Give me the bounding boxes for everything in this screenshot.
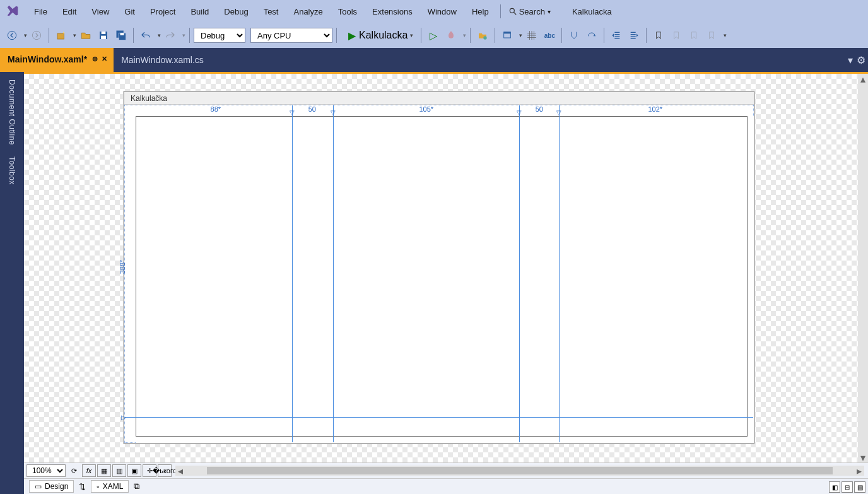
redo-button[interactable]	[162, 27, 179, 44]
menu-file[interactable]: File	[26, 3, 55, 20]
new-project-button[interactable]	[53, 27, 69, 44]
nav-forward-button[interactable]	[28, 27, 45, 44]
menu-project[interactable]: Project	[143, 3, 183, 20]
design-tab[interactable]: ▭ Design	[29, 480, 74, 493]
refresh-view-button[interactable]: ⟳	[67, 464, 81, 477]
tab-mainwindow-xaml[interactable]: MainWindow.xaml* ⊕ ✕	[0, 48, 114, 72]
configuration-select[interactable]: Debug	[194, 28, 245, 43]
xaml-designer-surface[interactable]: ▴ ▾ Kalkulačka 88* 50	[24, 72, 868, 494]
scroll-up-icon[interactable]: ▴	[858, 74, 868, 84]
search-box[interactable]: Search ▾	[505, 7, 554, 16]
menu-debug[interactable]: Debug	[216, 3, 255, 20]
clear-bookmarks-button[interactable]	[703, 27, 720, 44]
tab-overflow-icon[interactable]: ▾	[848, 54, 853, 66]
menu-help[interactable]: Help	[464, 3, 496, 20]
collapse-pane-button[interactable]: ▤	[854, 481, 865, 493]
save-button[interactable]	[95, 27, 112, 44]
menu-extensions[interactable]: Extensions	[365, 3, 420, 20]
horizontal-scrollbar[interactable]: ◂ ▸	[175, 466, 864, 476]
chevron-down-icon[interactable]: ▾	[158, 32, 161, 38]
grid-marker-icon[interactable]: ▽	[556, 109, 561, 116]
chevron-down-icon: ▾	[410, 32, 413, 38]
indent-button[interactable]	[626, 27, 642, 44]
step-over-button[interactable]	[584, 27, 600, 44]
grid-marker-icon[interactable]: ▽	[290, 109, 295, 116]
nav-back-button[interactable]	[4, 27, 20, 44]
gear-icon[interactable]: ⚙	[857, 54, 865, 66]
live-visual-tree-button[interactable]	[499, 27, 515, 44]
start-without-debugging-button[interactable]: ▷	[425, 27, 442, 44]
chevron-down-icon[interactable]: ▾	[519, 32, 522, 38]
vertical-split-button[interactable]: ◧	[829, 481, 840, 493]
outdent-button[interactable]	[608, 27, 625, 44]
browse-button[interactable]	[474, 27, 491, 44]
prev-bookmark-button[interactable]	[668, 27, 684, 44]
grid-canvas[interactable]: 88* 50 105* 50 102* 388* ▽ ▽ ▽ ▽ ▷	[136, 116, 748, 437]
pan-button[interactable]: �ького	[158, 464, 172, 477]
undo-button[interactable]	[138, 27, 154, 44]
menu-window[interactable]: Window	[420, 3, 464, 20]
document-outline-tab[interactable]: Document Outline	[6, 76, 18, 149]
grid-column-line[interactable]	[292, 105, 293, 442]
main-toolbar: ▾ ▾ ▾ ▾ Debug Any CPU ▶ Kalkulacka ▾ ▷ ▾…	[0, 23, 868, 48]
chevron-down-icon[interactable]: ▾	[73, 32, 76, 38]
start-debugging-button[interactable]: ▶ Kalkulacka ▾	[344, 27, 417, 44]
open-file-button[interactable]	[78, 27, 94, 44]
abc-spellcheck-button[interactable]: abc	[541, 27, 558, 44]
menu-git[interactable]: Git	[117, 3, 143, 20]
grid-snap-button[interactable]	[524, 27, 540, 44]
chevron-down-icon[interactable]: ▾	[463, 32, 466, 38]
grid-column-line[interactable]	[333, 105, 334, 442]
svg-rect-7	[101, 36, 106, 39]
menu-build[interactable]: Build	[183, 3, 216, 20]
next-bookmark-button[interactable]	[686, 27, 702, 44]
platform-select[interactable]: Any CPU	[250, 28, 332, 43]
scroll-thumb[interactable]	[207, 467, 833, 474]
menu-test[interactable]: Test	[256, 3, 286, 20]
svg-line-1	[513, 13, 516, 15]
chevron-down-icon: ▾	[548, 8, 551, 15]
pin-icon[interactable]: ⊕	[92, 55, 98, 63]
grid-toggle-button[interactable]: ▦	[97, 464, 111, 477]
grid-column-line[interactable]	[559, 105, 560, 442]
menu-bar: File Edit View Git Project Build Debug T…	[0, 0, 868, 23]
snap-lines-button[interactable]: ▣	[127, 464, 141, 477]
snap-grid-button[interactable]: ▥	[112, 464, 126, 477]
designer-zoom-bar: 100% ⟳ fx ▦ ▥ ▣ ✛ �ького ◂ ▸	[24, 462, 868, 478]
grid-marker-icon[interactable]: ▷	[121, 413, 126, 420]
swap-panes-icon[interactable]: ⇅	[79, 482, 86, 491]
designed-window[interactable]: Kalkulačka 88* 50 105* 50	[124, 91, 754, 444]
separator	[421, 28, 421, 43]
chevron-down-icon[interactable]: ▾	[24, 32, 27, 38]
grid-row-line[interactable]	[125, 417, 753, 418]
effects-toggle-button[interactable]: fx	[82, 464, 96, 477]
bookmark-button[interactable]	[650, 27, 667, 44]
scroll-left-icon[interactable]: ◂	[175, 466, 185, 476]
menu-tools[interactable]: Tools	[331, 3, 365, 20]
close-icon[interactable]: ✕	[102, 55, 107, 63]
separator	[495, 28, 495, 43]
grid-marker-icon[interactable]: ▽	[331, 109, 336, 116]
menu-edit[interactable]: Edit	[55, 3, 84, 20]
zoom-select[interactable]: 100%	[26, 464, 66, 477]
tab-mainwindow-xaml-cs[interactable]: MainWindow.xaml.cs	[114, 48, 210, 72]
scroll-right-icon[interactable]: ▸	[854, 466, 864, 476]
column-size-label: 88*	[209, 105, 223, 113]
vertical-scrollbar[interactable]: ▴ ▾	[858, 74, 868, 462]
toolbox-tab[interactable]: Toolbox	[6, 153, 18, 189]
chevron-down-icon[interactable]: ▾	[182, 32, 185, 38]
hot-reload-button[interactable]	[443, 27, 459, 44]
column-size-label: 102*	[647, 105, 664, 113]
save-all-button[interactable]	[113, 27, 129, 44]
horizontal-split-button[interactable]: ⊟	[842, 481, 853, 493]
menu-analyze[interactable]: Analyze	[286, 3, 330, 20]
popout-icon[interactable]: ⧉	[134, 481, 139, 491]
chevron-down-icon[interactable]: ▾	[724, 32, 727, 38]
grid-marker-icon[interactable]: ▽	[517, 109, 522, 116]
menu-view[interactable]: View	[84, 3, 117, 20]
search-label: Search	[519, 7, 545, 16]
grid-column-line[interactable]	[519, 105, 520, 442]
xaml-tab[interactable]: ▫ XAML	[91, 480, 129, 493]
step-into-button[interactable]	[566, 27, 582, 44]
scroll-down-icon[interactable]: ▾	[858, 452, 868, 462]
